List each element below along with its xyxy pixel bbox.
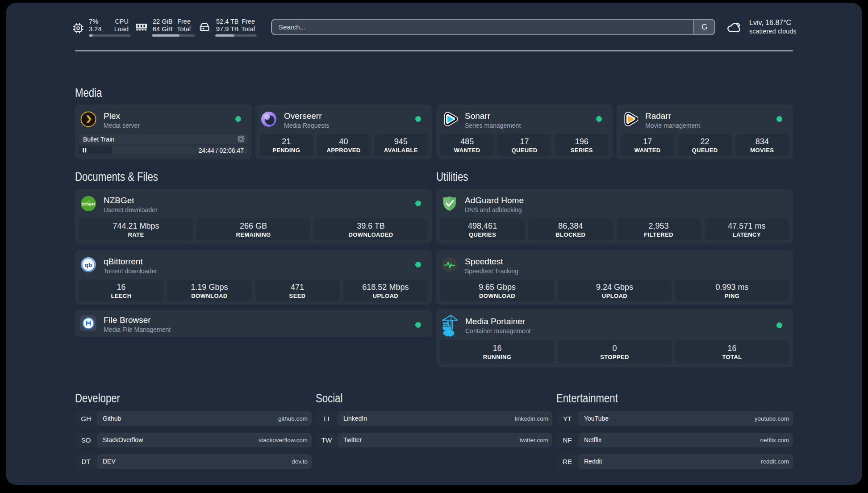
svg-text:qb: qb: [85, 262, 92, 268]
svg-text:nzbget: nzbget: [82, 201, 95, 206]
